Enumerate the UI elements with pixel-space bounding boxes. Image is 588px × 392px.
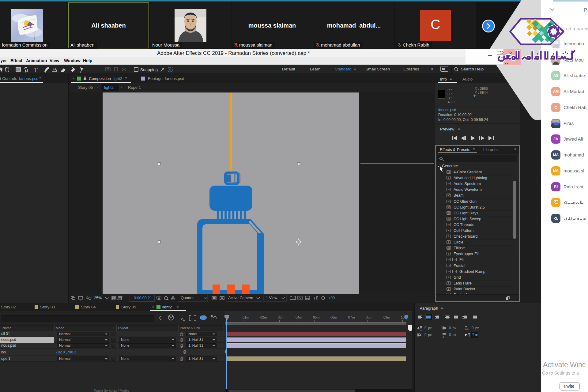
svg-text:Snapping: Snapping [140,67,158,72]
svg-text:T: T [34,67,38,73]
